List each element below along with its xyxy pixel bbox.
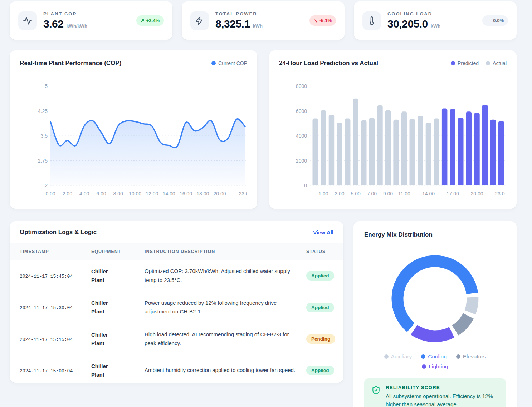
svg-text:20:00: 20:00: [470, 191, 483, 197]
actual-bar-5:00[interactable]: [353, 99, 359, 185]
actual-bar-10:00[interactable]: [393, 120, 399, 185]
optimization-logs-card: Optimization Logs & Logic View All TIMES…: [10, 221, 343, 383]
actual-bar-4:00[interactable]: [345, 118, 351, 185]
trend-value: -5.1%: [319, 18, 332, 23]
svg-text:5: 5: [45, 83, 48, 89]
svg-text:0: 0: [304, 183, 307, 188]
trend-up-icon: ↗: [141, 18, 145, 23]
svg-text:3:00: 3:00: [335, 191, 344, 197]
predicted-bar-23:00[interactable]: [498, 121, 504, 185]
cop-line-chart[interactable]: 54.253.52.7520:002:004:006:008:0010:0012…: [20, 72, 247, 199]
donut-slice-elevators[interactable]: [455, 316, 468, 331]
predicted-bar-17:00[interactable]: [450, 109, 456, 185]
load-bar-chart[interactable]: 800060004000200001:003:005:007:009:0011:…: [279, 72, 505, 199]
kpi-label: COOLING LOAD: [387, 11, 440, 16]
actual-bar-14:00[interactable]: [426, 123, 431, 186]
actual-bar-0:00[interactable]: [313, 118, 318, 185]
kpi-row: PLANT COP 3.62 kWh/kWh ↗ +2.4% TOTAL POW…: [10, 1, 517, 40]
energy-mix-donut-chart[interactable]: [387, 250, 483, 347]
trend-badge: ↘ -5.1%: [309, 15, 336, 26]
predicted-bar-22:00[interactable]: [490, 120, 496, 185]
svg-text:18:00: 18:00: [196, 191, 209, 197]
log-equipment: Chiller Plant: [91, 331, 116, 348]
kpi-label: TOTAL POWER: [215, 11, 263, 16]
legend-dot-icon: [211, 61, 216, 65]
svg-text:20:00: 20:00: [214, 191, 226, 197]
legend-item-auxiliary[interactable]: Auxiliary: [384, 353, 412, 360]
svg-text:6:00: 6:00: [96, 191, 106, 197]
legend-dot-icon: [422, 364, 426, 369]
legend-dot-icon: [486, 61, 490, 65]
svg-text:4000: 4000: [296, 133, 307, 139]
legend-item-actual[interactable]: Actual: [486, 60, 507, 66]
trend-value: 0.0%: [493, 18, 504, 23]
svg-text:4:00: 4:00: [79, 191, 89, 197]
actual-bar-9:00[interactable]: [385, 110, 391, 185]
view-all-link[interactable]: View All: [313, 229, 333, 235]
reliability-score-box: RELIABILITY SCORE All subsystems operati…: [364, 378, 506, 407]
svg-text:4.25: 4.25: [38, 108, 48, 114]
legend-label: Predicted: [458, 60, 479, 66]
thermometer-icon: [362, 11, 381, 30]
svg-text:12:00: 12:00: [146, 191, 158, 197]
predicted-bar-16:00[interactable]: [442, 109, 448, 185]
donut-slice-auxiliary[interactable]: [470, 297, 473, 312]
donut-slice-lighting[interactable]: [414, 330, 452, 336]
trend-badge: — 0.0%: [482, 15, 508, 26]
legend-item-lighting[interactable]: Lighting: [422, 363, 448, 370]
actual-bar-11:00[interactable]: [401, 111, 407, 185]
kpi-unit: kWh: [431, 23, 440, 29]
energy-mix-title: Energy Mix Distribution: [364, 231, 506, 238]
legend-item-cooling[interactable]: Cooling: [421, 353, 447, 360]
predicted-bar-19:00[interactable]: [466, 111, 472, 185]
reliability-text: All subsystems operational. Efficiency i…: [386, 392, 499, 407]
svg-text:0:00: 0:00: [45, 191, 55, 197]
column-header-description: INSTRUCTION DESCRIPTION: [145, 243, 306, 260]
legend-label: Current COP: [218, 60, 247, 66]
cop-chart-legend: Current COP: [211, 60, 247, 66]
predicted-bar-20:00[interactable]: [474, 113, 480, 185]
logs-table: TIMESTAMP EQUIPMENT INSTRUCTION DESCRIPT…: [10, 243, 343, 383]
actual-bar-13:00[interactable]: [418, 116, 423, 185]
legend-label: Cooling: [428, 353, 447, 360]
kpi-unit: kWh/kWh: [66, 23, 87, 29]
kpi-card-cooling-load: COOLING LOAD 30,205.0 kWh — 0.0%: [354, 1, 517, 40]
svg-text:3.5: 3.5: [41, 133, 48, 139]
predicted-bar-21:00[interactable]: [482, 105, 488, 185]
legend-item-current-cop[interactable]: Current COP: [211, 60, 247, 66]
svg-text:9:00: 9:00: [383, 191, 393, 197]
legend-item-elevators[interactable]: Elevators: [456, 353, 486, 360]
actual-bar-1:00[interactable]: [321, 110, 326, 185]
kpi-card-total-power: TOTAL POWER 8,325.1 kWh ↘ -5.1%: [182, 1, 345, 40]
svg-text:11:00: 11:00: [398, 191, 410, 197]
kpi-card-plant-cop: PLANT COP 3.62 kWh/kWh ↗ +2.4%: [10, 1, 172, 40]
log-timestamp: 2024-11-17 15:45:04: [20, 274, 73, 279]
log-timestamp: 2024-11-17 15:00:04: [20, 368, 73, 374]
legend-dot-icon: [421, 354, 425, 359]
svg-text:2000: 2000: [296, 158, 307, 164]
actual-bar-6:00[interactable]: [361, 120, 367, 185]
column-header-equipment: EQUIPMENT: [91, 243, 145, 260]
logs-title: Optimization Logs & Logic: [20, 229, 97, 236]
legend-label: Actual: [493, 60, 507, 66]
log-equipment: Chiller Plant: [91, 362, 116, 379]
log-table-row: 2024-11-17 15:15:04Chiller PlantHigh loa…: [10, 323, 343, 355]
actual-bar-3:00[interactable]: [337, 123, 342, 186]
actual-bar-2:00[interactable]: [329, 115, 335, 185]
log-timestamp: 2024-11-17 15:15:04: [20, 337, 73, 342]
actual-bar-12:00[interactable]: [410, 119, 415, 185]
svg-text:14:00: 14:00: [163, 191, 175, 197]
actual-bar-15:00[interactable]: [434, 118, 439, 185]
load-chart-title: 24-Hour Load Prediction vs Actual: [279, 60, 378, 67]
actual-bar-7:00[interactable]: [369, 118, 375, 185]
kpi-value: 8,325.1: [215, 18, 250, 30]
actual-bar-8:00[interactable]: [377, 105, 383, 185]
kpi-label: PLANT COP: [43, 11, 87, 16]
log-description: Power usage reduced by 12% following fre…: [145, 292, 306, 323]
legend-item-predicted[interactable]: Predicted: [451, 60, 479, 66]
svg-text:2.75: 2.75: [38, 158, 48, 164]
zap-icon: [190, 11, 209, 30]
predicted-bar-18:00[interactable]: [458, 118, 464, 185]
log-equipment: Chiller Plant: [91, 267, 116, 284]
trend-flat-icon: —: [487, 18, 491, 23]
